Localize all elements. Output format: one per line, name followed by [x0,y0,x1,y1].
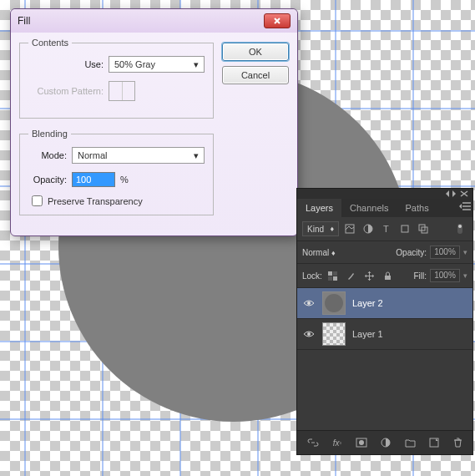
chevron-down-icon: ♦ [331,249,336,257]
layer-thumbnail [322,291,346,315]
dialog-title: Fill [18,15,30,27]
use-value: 50% Gray [114,59,155,69]
chevron-down-icon: ▾ [194,150,199,161]
trash-icon [453,438,462,448]
filter-toggle[interactable] [452,221,467,236]
blend-mode-dropdown[interactable]: Normal ♦ [302,248,392,257]
kind-filter-row: Kind ♦ T [297,217,472,241]
close-button[interactable] [264,13,291,28]
layer-name[interactable]: Layer 1 [352,329,383,339]
filter-shape-icon[interactable] [397,221,412,236]
svg-rect-20 [328,271,332,276]
chevron-down-icon: ▾ [194,59,199,70]
contents-group: Contents Use: 50% Gray ▾ Custom Pattern: [19,38,214,119]
svg-point-28 [359,440,364,445]
link-icon [307,438,319,447]
link-layers-button[interactable] [305,435,321,450]
preserve-checkbox-input[interactable] [32,195,43,206]
chevron-down-icon: ♦ [330,225,334,233]
blending-group: Blending Mode: Normal ▾ Opacity: % Prese… [19,129,214,215]
kind-label: Kind [307,225,324,234]
panel-top-strip [297,189,472,199]
layer-row[interactable]: Layer 1 [297,319,472,350]
collapse-icon[interactable] [446,190,456,197]
layer-thumbnail [322,322,346,346]
dialog-titlebar[interactable]: Fill [11,9,297,33]
panel-fill-value[interactable]: 100% [430,269,460,282]
contents-legend: Contents [28,38,72,48]
use-label: Use: [28,59,104,69]
filter-pixel-icon[interactable] [342,221,357,236]
tab-paths[interactable]: Paths [397,199,437,217]
mask-button[interactable] [353,435,370,450]
lock-label: Lock: [302,271,322,281]
blend-mode-value: Normal [302,248,329,257]
panel-menu-button[interactable] [457,199,472,214]
filter-type-icon[interactable]: T [379,221,394,236]
chevron-down-icon[interactable]: ▾ [463,248,467,256]
blend-row: Normal ♦ Opacity: 100% ▾ [297,241,472,264]
close-panel-icon[interactable] [459,190,469,197]
new-icon [429,438,439,448]
eye-icon [303,330,315,338]
eye-icon [303,299,315,307]
panel-tabs: Layers Channels Paths [297,199,472,217]
layer-list: Layer 2 Layer 1 [297,288,472,430]
folder-icon [405,438,416,448]
mask-icon [356,438,367,448]
group-button[interactable] [402,435,418,450]
lock-position-icon[interactable] [362,268,377,283]
kind-dropdown[interactable]: Kind ♦ [302,221,339,236]
close-icon [273,17,281,25]
fill-dialog: Fill Contents Use: 50% Gray ▾ Custom Pat… [10,8,298,236]
svg-rect-22 [328,276,332,281]
mode-value: Normal [78,150,107,160]
panel-fill-label: Fill: [413,271,427,281]
svg-rect-23 [333,276,337,281]
layer-row[interactable]: Layer 2 [297,288,472,319]
svg-point-19 [458,225,462,228]
filter-smart-icon[interactable] [416,221,431,236]
mode-label: Mode: [28,150,67,160]
panel-footer: fx▫ [297,430,472,454]
layer-name[interactable]: Layer 2 [352,298,383,308]
opacity-suffix: % [120,175,129,185]
svg-rect-21 [333,271,337,276]
panel-opacity-label: Opacity: [396,248,427,257]
delete-layer-button[interactable] [451,435,465,450]
chevron-down-icon[interactable]: ▾ [463,271,467,280]
tab-layers[interactable]: Layers [297,199,341,217]
adjustment-icon [381,438,391,448]
preserve-transparency-checkbox[interactable]: Preserve Transparency [32,195,205,206]
mode-dropdown[interactable]: Normal ▾ [72,147,205,164]
visibility-toggle[interactable] [302,296,316,310]
lock-pixels-icon[interactable] [326,268,341,283]
lock-brush-icon[interactable] [344,268,359,283]
custom-pattern-swatch [109,81,135,101]
filter-adjustment-icon[interactable] [361,221,376,236]
panel-opacity-value[interactable]: 100% [430,246,460,259]
adjustment-button[interactable] [378,435,393,450]
new-layer-button[interactable] [427,435,442,450]
svg-rect-24 [385,276,391,280]
opacity-label: Opacity: [28,175,67,185]
svg-text:T: T [383,224,389,234]
fx-button[interactable]: fx▫ [331,435,345,450]
svg-point-26 [307,332,311,336]
cancel-button[interactable]: Cancel [222,66,289,84]
custom-pattern-label: Custom Pattern: [28,86,104,96]
blending-legend: Blending [28,129,71,139]
lock-all-icon[interactable] [381,268,396,283]
use-dropdown[interactable]: 50% Gray ▾ [109,56,205,73]
ok-button[interactable]: OK [222,43,289,61]
svg-rect-15 [402,225,408,232]
visibility-toggle[interactable] [302,327,316,341]
lock-row: Lock: Fill: 100% ▾ [297,264,472,288]
menu-icon [459,202,471,210]
svg-point-25 [307,301,311,305]
layers-panel: Layers Channels Paths Kind ♦ T Normal ♦ … [296,188,473,455]
preserve-label: Preserve Transparency [48,196,143,206]
tab-channels[interactable]: Channels [341,199,397,217]
opacity-input[interactable] [72,172,115,187]
